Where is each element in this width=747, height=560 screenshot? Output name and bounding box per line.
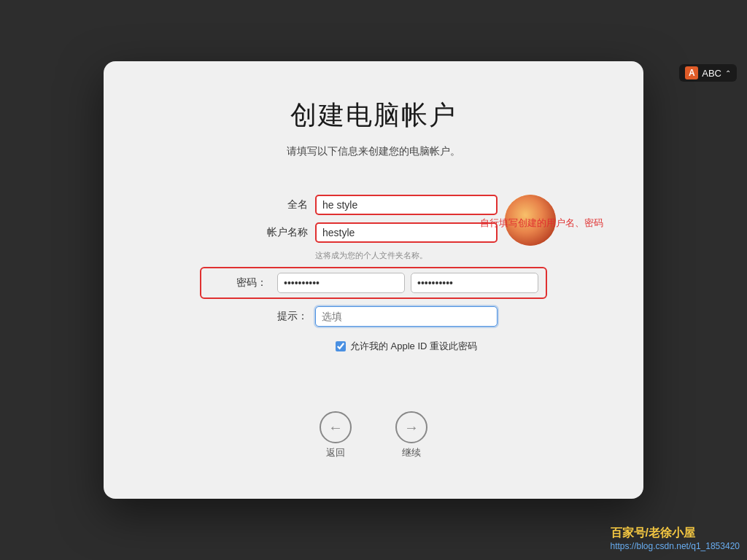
password-label: 密码： xyxy=(209,276,267,289)
continue-circle: → xyxy=(395,411,427,443)
create-account-dialog: 创建电脑帐户 请填写以下信息来创建您的电脑帐户。 自行填写创建的用户名、密码 全… xyxy=(104,61,643,499)
username-hint-row: 这将成为您的个人文件夹名称。 xyxy=(147,250,600,261)
fullname-input[interactable] xyxy=(315,195,498,215)
back-label: 返回 xyxy=(326,446,345,459)
continue-button[interactable]: → 继续 xyxy=(395,411,427,459)
back-arrow-icon: ← xyxy=(328,419,343,436)
bottom-buttons: ← 返回 → 继续 xyxy=(320,411,427,459)
username-hint: 这将成为您的个人文件夹名称。 xyxy=(315,250,498,261)
hint-input[interactable] xyxy=(315,306,498,327)
watermark-site: https://blog.csdn.net/q1_1853420 xyxy=(611,541,740,551)
form-area: 自行填写创建的用户名、密码 全名 帐户名称 这将成为您的个人文件夹名称。 密码： xyxy=(147,195,600,353)
hint-label: 提示： xyxy=(249,310,308,323)
fullname-label: 全名 xyxy=(249,198,308,211)
annotation-text: 自行填写创建的用户名、密码 xyxy=(480,217,603,230)
password-input[interactable] xyxy=(277,273,405,293)
input-method-indicator: A ABC ⌃ xyxy=(679,64,737,82)
back-button[interactable]: ← 返回 xyxy=(320,411,352,459)
back-circle: ← xyxy=(320,411,352,443)
username-label: 帐户名称 xyxy=(249,226,308,239)
apple-id-label: 允许我的 Apple ID 重设此密码 xyxy=(350,340,477,353)
input-method-icon: A xyxy=(685,66,698,79)
password-confirm-input[interactable] xyxy=(411,273,538,293)
username-input[interactable] xyxy=(315,222,498,243)
dialog-subtitle: 请填写以下信息来创建您的电脑帐户。 xyxy=(287,145,460,158)
continue-arrow-icon: → xyxy=(404,419,419,436)
input-method-chevron: ⌃ xyxy=(725,69,731,77)
apple-id-row: 允许我的 Apple ID 重设此密码 xyxy=(336,340,477,353)
watermark: 百家号/老徐小屋 https://blog.csdn.net/q1_185342… xyxy=(611,526,740,551)
watermark-brand: 百家号/老徐小屋 xyxy=(611,526,740,541)
apple-id-checkbox[interactable] xyxy=(336,341,346,351)
password-section: 密码： xyxy=(147,267,600,299)
continue-label: 继续 xyxy=(402,446,421,459)
dialog-title: 创建电脑帐户 xyxy=(290,98,457,133)
hint-row: 提示： xyxy=(147,306,600,327)
input-method-label: ABC xyxy=(702,68,721,79)
password-border-box: 密码： xyxy=(200,267,547,299)
